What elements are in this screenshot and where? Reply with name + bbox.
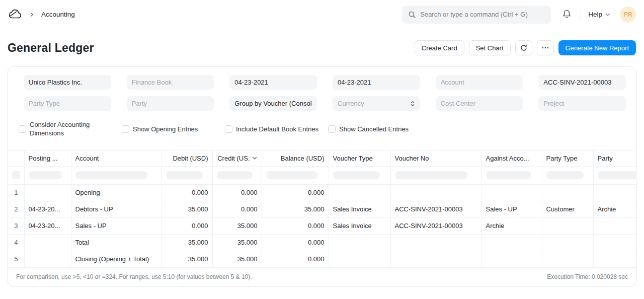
breadcrumb-accounting[interactable]: Accounting	[41, 11, 75, 18]
from-date-input[interactable]	[229, 75, 317, 90]
cell-balance: 0.000	[262, 217, 329, 234]
project-filter-input[interactable]	[538, 96, 626, 111]
cell-debit: 35.000	[162, 201, 212, 217]
search-icon	[408, 11, 416, 19]
page-actions: Create Card Set Chart Generate New Repor…	[415, 40, 636, 55]
cell-voucher-no	[390, 184, 481, 201]
cost-center-filter-input[interactable]	[436, 96, 523, 111]
generate-report-button[interactable]: Generate New Report	[558, 40, 636, 55]
page-title: General Ledger	[8, 41, 94, 55]
to-date-input[interactable]	[333, 75, 420, 90]
column-header-voucher-no[interactable]: Voucher No	[390, 151, 481, 166]
search-input[interactable]	[420, 11, 545, 18]
table-row: 3 04-23-20... Sales - UP 0.000 35.000 0.…	[8, 217, 636, 234]
column-filter-cell[interactable]	[481, 166, 542, 184]
cell-debit: 35.000	[162, 234, 212, 251]
refresh-icon	[520, 44, 528, 52]
cell-voucher-type: Sales Invoice	[329, 217, 390, 234]
column-filter-cell[interactable]	[162, 166, 212, 184]
column-filter-cell[interactable]	[262, 166, 329, 184]
cell-credit: 0.000	[212, 201, 262, 217]
column-header-voucher-type[interactable]: Voucher Type	[329, 151, 390, 166]
column-filter-cell[interactable]	[329, 166, 390, 184]
row-index: 1	[8, 184, 24, 201]
company-filter-input[interactable]	[24, 75, 111, 90]
table-header-row: Posting ... Account Debit (USD) Credit (…	[8, 151, 636, 166]
cell-debit: 35.000	[162, 251, 212, 267]
column-filter-cell[interactable]	[390, 166, 481, 184]
more-options-button[interactable]	[537, 40, 554, 55]
show-cancelled-entries-checkbox[interactable]: Show Cancelled Entries	[328, 120, 431, 137]
column-header-balance[interactable]: Balance (USD)	[262, 151, 329, 166]
column-header-debit[interactable]: Debit (USD)	[162, 151, 212, 166]
currency-select[interactable]: Currency	[333, 96, 420, 111]
cell-party	[593, 234, 636, 251]
column-header-party-type[interactable]: Party Type	[542, 151, 593, 166]
party-filter-input[interactable]	[127, 96, 214, 111]
cell-party: Archie	[593, 201, 636, 217]
breadcrumb-chevron-icon	[29, 12, 35, 18]
global-search[interactable]	[402, 6, 551, 24]
column-header-account[interactable]: Account	[71, 151, 162, 166]
table-row: 4 Total 35.000 35.000 0.000	[8, 234, 636, 251]
account-filter-input[interactable]	[436, 75, 523, 90]
column-filter-cell[interactable]	[24, 166, 71, 184]
cell-voucher-type: Sales Invoice	[329, 201, 390, 217]
finance-book-filter-input[interactable]	[127, 75, 214, 90]
frappe-cloud-logo-icon[interactable]	[8, 9, 22, 20]
cell-against-account	[481, 251, 542, 267]
cell-voucher-no: ACC-SINV-2021-00003	[390, 217, 481, 234]
include-default-book-entries-checkbox[interactable]: Include Default Book Entries	[225, 120, 328, 137]
page-header: General Ledger Create Card Set Chart Gen…	[0, 29, 644, 55]
cell-credit: 35.000	[212, 251, 262, 267]
voucher-no-filter-input[interactable]	[538, 75, 626, 90]
column-filter-cell[interactable]	[212, 166, 262, 184]
row-index: 3	[8, 217, 24, 234]
filter-checkboxes: Consider Accounting Dimensions Show Open…	[19, 120, 626, 137]
table-row: 2 04-23-20... Debtors - UP 35.000 0.000 …	[8, 201, 636, 217]
report-table: Posting ... Account Debit (USD) Credit (…	[8, 151, 636, 268]
chevron-up-down-icon	[410, 100, 415, 107]
column-header-party[interactable]: Party	[593, 151, 636, 166]
consider-accounting-dimensions-checkbox[interactable]: Consider Accounting Dimensions	[19, 120, 122, 137]
cell-account: Debtors - UP	[71, 201, 162, 217]
cell-account: Closing (Opening + Total)	[71, 251, 162, 267]
show-opening-entries-checkbox[interactable]: Show Opening Entries	[122, 120, 225, 137]
column-filter-cell[interactable]	[71, 166, 162, 184]
row-index: 2	[8, 201, 24, 217]
help-menu[interactable]: Help	[588, 11, 611, 18]
column-header-against-account[interactable]: Against Acco...	[481, 151, 542, 166]
cell-account: Sales - UP	[71, 217, 162, 234]
cell-balance: 0.000	[262, 251, 329, 267]
party-type-filter-input[interactable]	[24, 96, 111, 111]
user-avatar[interactable]: PR	[620, 7, 636, 23]
cell-party	[593, 217, 636, 234]
checkbox-icon	[225, 125, 232, 133]
cell-posting-date: 04-23-20...	[24, 217, 71, 234]
report-card: Currency Consider Accounting Dimensions …	[8, 66, 636, 286]
column-header-credit[interactable]: Credit (US.	[212, 151, 262, 166]
cell-party-type	[542, 234, 593, 251]
cell-balance: 35.000	[262, 201, 329, 217]
cell-voucher-no	[390, 251, 481, 267]
cell-credit: 0.000	[212, 184, 262, 201]
group-by-select[interactable]	[229, 96, 317, 111]
column-filter-cell[interactable]	[8, 166, 24, 184]
cell-balance: 0.000	[262, 184, 329, 201]
refresh-button[interactable]	[515, 40, 532, 55]
cell-voucher-no: ACC-SINV-2021-00003	[390, 201, 481, 217]
cell-debit: 0.000	[162, 217, 212, 234]
chevron-down-icon	[605, 12, 611, 18]
cell-account: Total	[71, 234, 162, 251]
report-table-wrapper: Posting ... Account Debit (USD) Credit (…	[8, 150, 636, 268]
currency-select-value: Currency	[338, 100, 364, 107]
column-filter-cell[interactable]	[542, 166, 593, 184]
cell-against-account: Sales - UP	[481, 201, 542, 217]
cell-voucher-type	[329, 251, 390, 267]
checkbox-icon	[19, 125, 26, 133]
set-chart-button[interactable]: Set Chart	[469, 40, 511, 55]
column-filter-cell[interactable]	[593, 166, 636, 184]
column-header-posting-date[interactable]: Posting ...	[24, 151, 71, 166]
notifications-bell-icon[interactable]	[560, 8, 574, 21]
create-card-button[interactable]: Create Card	[415, 40, 464, 55]
